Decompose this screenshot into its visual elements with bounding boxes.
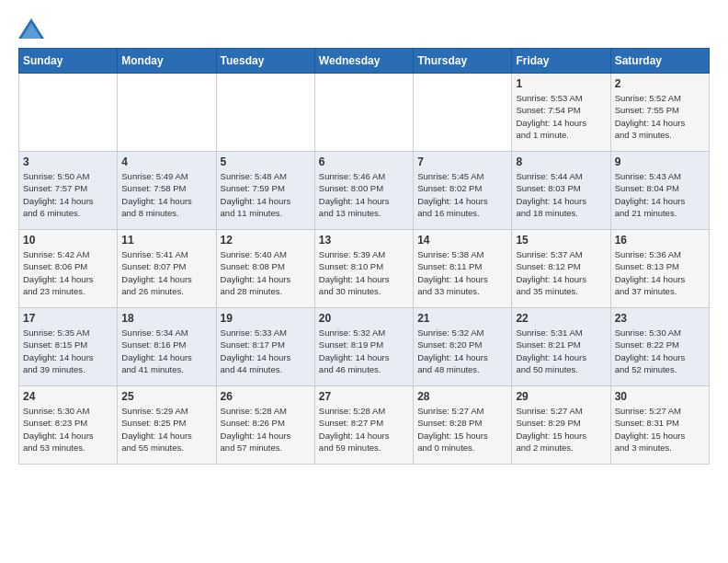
day-info: Sunrise: 5:30 AM Sunset: 8:22 PM Dayligh… xyxy=(615,327,705,375)
day-info: Sunrise: 5:45 AM Sunset: 8:02 PM Dayligh… xyxy=(417,170,507,219)
day-info: Sunrise: 5:41 AM Sunset: 8:07 PM Dayligh… xyxy=(121,248,211,297)
day-info: Sunrise: 5:50 AM Sunset: 7:57 PM Dayligh… xyxy=(23,170,113,219)
day-number: 2 xyxy=(615,77,705,90)
day-info: Sunrise: 5:32 AM Sunset: 8:19 PM Dayligh… xyxy=(319,327,409,375)
calendar-cell: 7Sunrise: 5:45 AM Sunset: 8:02 PM Daylig… xyxy=(414,152,512,230)
day-number: 5 xyxy=(221,155,311,168)
calendar-cell: 29Sunrise: 5:27 AM Sunset: 8:29 PM Dayli… xyxy=(512,386,610,465)
calendar-cell: 11Sunrise: 5:41 AM Sunset: 8:07 PM Dayli… xyxy=(118,230,216,308)
calendar-cell xyxy=(216,74,314,152)
day-number: 7 xyxy=(417,155,507,168)
day-number: 11 xyxy=(121,234,211,247)
calendar-cell: 26Sunrise: 5:28 AM Sunset: 8:26 PM Dayli… xyxy=(216,386,314,465)
calendar-cell xyxy=(19,74,118,152)
day-header: Tuesday xyxy=(216,49,314,74)
day-info: Sunrise: 5:44 AM Sunset: 8:03 PM Dayligh… xyxy=(516,170,606,219)
day-info: Sunrise: 5:43 AM Sunset: 8:04 PM Dayligh… xyxy=(615,170,705,219)
day-number: 12 xyxy=(221,234,311,247)
day-number: 24 xyxy=(23,390,113,403)
calendar-cell: 2Sunrise: 5:52 AM Sunset: 7:55 PM Daylig… xyxy=(610,74,709,152)
day-info: Sunrise: 5:31 AM Sunset: 8:21 PM Dayligh… xyxy=(516,327,606,375)
calendar-cell: 9Sunrise: 5:43 AM Sunset: 8:04 PM Daylig… xyxy=(610,152,709,230)
day-info: Sunrise: 5:28 AM Sunset: 8:27 PM Dayligh… xyxy=(319,405,409,454)
day-info: Sunrise: 5:33 AM Sunset: 8:17 PM Dayligh… xyxy=(221,327,311,375)
calendar-cell: 21Sunrise: 5:32 AM Sunset: 8:20 PM Dayli… xyxy=(414,308,512,386)
calendar-cell: 8Sunrise: 5:44 AM Sunset: 8:03 PM Daylig… xyxy=(512,152,610,230)
day-info: Sunrise: 5:32 AM Sunset: 8:20 PM Dayligh… xyxy=(417,327,507,375)
calendar-cell: 1Sunrise: 5:53 AM Sunset: 7:54 PM Daylig… xyxy=(512,74,610,152)
day-header: Saturday xyxy=(610,49,709,74)
day-info: Sunrise: 5:27 AM Sunset: 8:28 PM Dayligh… xyxy=(417,405,507,454)
day-number: 16 xyxy=(615,234,705,247)
calendar-cell xyxy=(314,74,413,152)
calendar-week-row: 24Sunrise: 5:30 AM Sunset: 8:23 PM Dayli… xyxy=(19,386,710,465)
day-info: Sunrise: 5:40 AM Sunset: 8:08 PM Dayligh… xyxy=(221,248,311,297)
day-number: 28 xyxy=(417,390,507,403)
day-number: 15 xyxy=(516,234,606,247)
day-number: 17 xyxy=(23,312,113,325)
day-info: Sunrise: 5:53 AM Sunset: 7:54 PM Dayligh… xyxy=(516,92,606,141)
calendar-cell: 22Sunrise: 5:31 AM Sunset: 8:21 PM Dayli… xyxy=(512,308,610,386)
calendar-cell: 27Sunrise: 5:28 AM Sunset: 8:27 PM Dayli… xyxy=(314,386,413,465)
day-info: Sunrise: 5:38 AM Sunset: 8:11 PM Dayligh… xyxy=(417,248,507,297)
day-info: Sunrise: 5:27 AM Sunset: 8:31 PM Dayligh… xyxy=(615,405,705,454)
calendar-cell: 15Sunrise: 5:37 AM Sunset: 8:12 PM Dayli… xyxy=(512,230,610,308)
day-number: 18 xyxy=(121,312,211,325)
calendar-cell: 17Sunrise: 5:35 AM Sunset: 8:15 PM Dayli… xyxy=(19,308,118,386)
logo xyxy=(18,18,48,39)
header xyxy=(18,18,710,39)
day-header: Sunday xyxy=(19,49,118,74)
calendar-cell: 6Sunrise: 5:46 AM Sunset: 8:00 PM Daylig… xyxy=(314,152,413,230)
day-number: 13 xyxy=(319,234,409,247)
calendar-cell: 20Sunrise: 5:32 AM Sunset: 8:19 PM Dayli… xyxy=(314,308,413,386)
day-number: 30 xyxy=(615,390,705,403)
day-info: Sunrise: 5:27 AM Sunset: 8:29 PM Dayligh… xyxy=(516,405,606,454)
calendar-cell xyxy=(118,74,216,152)
calendar-cell: 25Sunrise: 5:29 AM Sunset: 8:25 PM Dayli… xyxy=(118,386,216,465)
day-number: 26 xyxy=(221,390,311,403)
day-number: 1 xyxy=(516,77,606,90)
day-number: 29 xyxy=(516,390,606,403)
day-info: Sunrise: 5:52 AM Sunset: 7:55 PM Dayligh… xyxy=(615,92,705,141)
day-header: Friday xyxy=(512,49,610,74)
day-info: Sunrise: 5:37 AM Sunset: 8:12 PM Dayligh… xyxy=(516,248,606,297)
day-info: Sunrise: 5:42 AM Sunset: 8:06 PM Dayligh… xyxy=(23,248,113,297)
calendar-cell: 16Sunrise: 5:36 AM Sunset: 8:13 PM Dayli… xyxy=(610,230,709,308)
day-info: Sunrise: 5:36 AM Sunset: 8:13 PM Dayligh… xyxy=(615,248,705,297)
day-number: 3 xyxy=(23,155,113,168)
day-info: Sunrise: 5:34 AM Sunset: 8:16 PM Dayligh… xyxy=(121,327,211,375)
day-number: 22 xyxy=(516,312,606,325)
calendar-cell: 12Sunrise: 5:40 AM Sunset: 8:08 PM Dayli… xyxy=(216,230,314,308)
day-number: 8 xyxy=(516,155,606,168)
calendar-week-row: 17Sunrise: 5:35 AM Sunset: 8:15 PM Dayli… xyxy=(19,308,710,386)
day-number: 20 xyxy=(319,312,409,325)
day-number: 19 xyxy=(221,312,311,325)
calendar-week-row: 10Sunrise: 5:42 AM Sunset: 8:06 PM Dayli… xyxy=(19,230,710,308)
day-header: Thursday xyxy=(414,49,512,74)
calendar-cell: 14Sunrise: 5:38 AM Sunset: 8:11 PM Dayli… xyxy=(414,230,512,308)
calendar-cell: 23Sunrise: 5:30 AM Sunset: 8:22 PM Dayli… xyxy=(610,308,709,386)
day-info: Sunrise: 5:35 AM Sunset: 8:15 PM Dayligh… xyxy=(23,327,113,375)
day-number: 25 xyxy=(121,390,211,403)
day-header: Wednesday xyxy=(314,49,413,74)
calendar-cell: 13Sunrise: 5:39 AM Sunset: 8:10 PM Dayli… xyxy=(314,230,413,308)
logo-icon xyxy=(18,18,44,39)
calendar-cell: 19Sunrise: 5:33 AM Sunset: 8:17 PM Dayli… xyxy=(216,308,314,386)
day-info: Sunrise: 5:46 AM Sunset: 8:00 PM Dayligh… xyxy=(319,170,409,219)
day-header-row: SundayMondayTuesdayWednesdayThursdayFrid… xyxy=(19,49,710,74)
calendar-cell: 4Sunrise: 5:49 AM Sunset: 7:58 PM Daylig… xyxy=(118,152,216,230)
day-number: 14 xyxy=(417,234,507,247)
day-info: Sunrise: 5:28 AM Sunset: 8:26 PM Dayligh… xyxy=(221,405,311,454)
calendar-cell: 30Sunrise: 5:27 AM Sunset: 8:31 PM Dayli… xyxy=(610,386,709,465)
day-number: 27 xyxy=(319,390,409,403)
calendar-cell: 28Sunrise: 5:27 AM Sunset: 8:28 PM Dayli… xyxy=(414,386,512,465)
day-header: Monday xyxy=(118,49,216,74)
calendar-cell: 18Sunrise: 5:34 AM Sunset: 8:16 PM Dayli… xyxy=(118,308,216,386)
day-number: 23 xyxy=(615,312,705,325)
day-number: 10 xyxy=(23,234,113,247)
calendar-cell: 10Sunrise: 5:42 AM Sunset: 8:06 PM Dayli… xyxy=(19,230,118,308)
day-info: Sunrise: 5:48 AM Sunset: 7:59 PM Dayligh… xyxy=(221,170,311,219)
day-number: 6 xyxy=(319,155,409,168)
calendar-cell: 3Sunrise: 5:50 AM Sunset: 7:57 PM Daylig… xyxy=(19,152,118,230)
calendar-table: SundayMondayTuesdayWednesdayThursdayFrid… xyxy=(18,48,710,465)
